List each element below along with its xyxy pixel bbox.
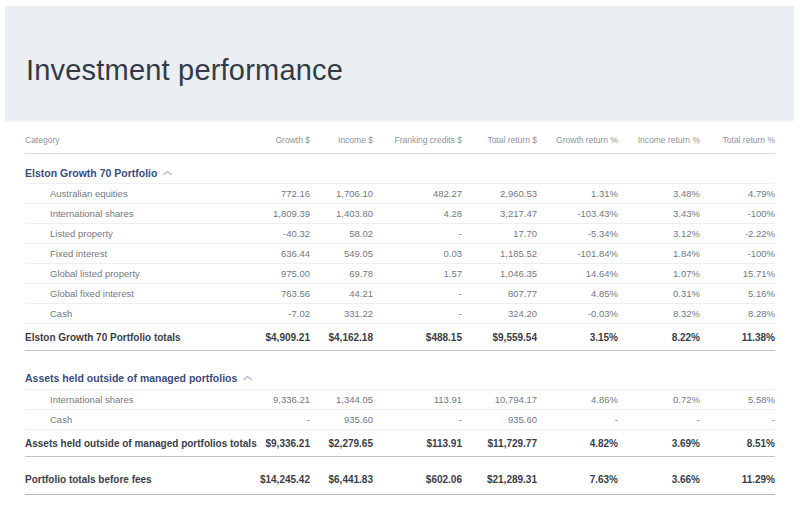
value-cell: 772.16 [247,184,310,204]
value-cell: -103.43% [537,204,618,224]
section-header-cell: Assets held outside of managed portfolio… [25,360,775,390]
table-row: Australian equities772.161,706.10482.272… [25,184,775,204]
table-row: Listed property-40.3258.02-17.70-5.34%3.… [25,224,775,244]
row-category: Cash [25,410,247,430]
value-cell: 4.82% [537,430,618,457]
value-cell: 1.57 [373,264,462,284]
column-header-total-return: Total return $ [462,135,537,154]
value-cell: -7.02 [247,304,310,324]
chevron-up-icon[interactable] [243,375,252,381]
value-cell: 58.02 [310,224,373,244]
spacer-cell [25,457,775,466]
value-cell: 935.60 [310,410,373,430]
value-cell: 5.58% [700,390,775,410]
value-cell: 10,794.17 [462,390,537,410]
value-cell: - [247,410,310,430]
value-cell: 1,046.35 [462,264,537,284]
page-header-band: Investment performance [5,6,794,121]
column-header-growth: Growth $ [247,135,310,154]
value-cell: 15.71% [700,264,775,284]
value-cell: 1,706.10 [310,184,373,204]
value-cell: - [537,410,618,430]
value-cell: 8.28% [700,304,775,324]
value-cell: 17.70 [462,224,537,244]
value-cell: 331.22 [310,304,373,324]
value-cell: 4.85% [537,284,618,304]
value-cell: 807.77 [462,284,537,304]
value-cell: 4.79% [700,184,775,204]
value-cell: $21,289.31 [462,466,537,495]
value-cell: -100% [700,204,775,224]
spacer-cell [25,351,775,360]
column-header-total-return-pct: Total return % [700,135,775,154]
value-cell: $11,729.77 [462,430,537,457]
value-cell: 975.00 [247,264,310,284]
row-category: Cash [25,304,247,324]
value-cell: 1,344.05 [310,390,373,410]
value-cell: -2.22% [700,224,775,244]
grand-total-row: Portfolio totals before fees$14,245.42$6… [25,466,775,495]
chevron-up-icon[interactable] [163,170,172,176]
spacer-row [25,351,775,360]
totals-label: Portfolio totals before fees [25,466,247,495]
value-cell: -101.84% [537,244,618,264]
value-cell: -5.34% [537,224,618,244]
value-cell: 636.44 [247,244,310,264]
spacer-row [25,457,775,466]
value-cell: 0.03 [373,244,462,264]
value-cell: 2,960.53 [462,184,537,204]
value-cell: -40.32 [247,224,310,244]
value-cell: 8.22% [618,324,700,351]
column-header-row: Category Growth $ Income $ Franking cred… [25,135,775,154]
value-cell: -100% [700,244,775,264]
section-header-row: Assets held outside of managed portfolio… [25,360,775,390]
value-cell: 7.63% [537,466,618,495]
value-cell: 482.27 [373,184,462,204]
value-cell: 3.48% [618,184,700,204]
row-category: Global fixed interest [25,284,247,304]
table-row: International shares1,809.391,403.804.28… [25,204,775,224]
value-cell: 1,809.39 [247,204,310,224]
value-cell: - [700,410,775,430]
value-cell: 763.56 [247,284,310,304]
section-title: Assets held outside of managed portfolio… [25,372,237,384]
table-row: Global listed property975.0069.781.571,0… [25,264,775,284]
value-cell: $6,441.83 [310,466,373,495]
value-cell: 4.28 [373,204,462,224]
value-cell: 1,403.80 [310,204,373,224]
value-cell: 4.86% [537,390,618,410]
section-title: Elston Growth 70 Portfolio [25,167,157,179]
column-header-franking-credits: Franking credits $ [373,135,462,154]
value-cell: 324.20 [462,304,537,324]
value-cell: 0.31% [618,284,700,304]
row-category: Australian equities [25,184,247,204]
value-cell: 14.64% [537,264,618,284]
table-row: Global fixed interest763.5644.21-807.774… [25,284,775,304]
value-cell: 3.12% [618,224,700,244]
section-toggle[interactable]: Assets held outside of managed portfolio… [25,372,252,384]
row-category: International shares [25,204,247,224]
value-cell: $113.91 [373,430,462,457]
value-cell: 69.78 [310,264,373,284]
value-cell: $9,559.54 [462,324,537,351]
value-cell: 3.69% [618,430,700,457]
value-cell: 44.21 [310,284,373,304]
value-cell: 1.31% [537,184,618,204]
value-cell: $4,162.18 [310,324,373,351]
section-toggle[interactable]: Elston Growth 70 Portfolio [25,167,172,179]
page-title: Investment performance [26,54,794,87]
performance-table-container: Category Growth $ Income $ Franking cred… [25,135,775,495]
value-cell: 8.51% [700,430,775,457]
value-cell: - [373,224,462,244]
table-row: International shares9,336.211,344.05113.… [25,390,775,410]
column-header-income: Income $ [310,135,373,154]
value-cell: - [618,410,700,430]
value-cell: -0.03% [537,304,618,324]
value-cell: $14,245.42 [247,466,310,495]
value-cell: $4,909.21 [247,324,310,351]
column-header-category: Category [25,135,247,154]
totals-label: Assets held outside of managed portfolio… [25,430,247,457]
value-cell: 3.43% [618,204,700,224]
value-cell: - [373,410,462,430]
section-header-cell: Elston Growth 70 Portfolio [25,154,775,184]
